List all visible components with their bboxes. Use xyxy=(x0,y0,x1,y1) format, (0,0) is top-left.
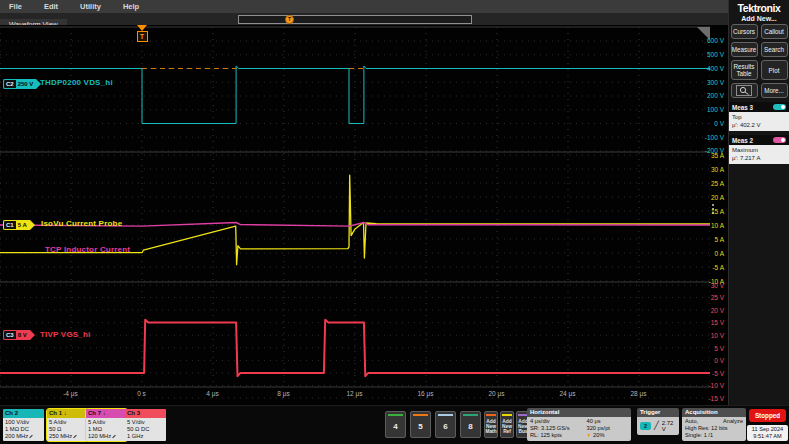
trigger-time-marker[interactable]: T xyxy=(136,25,148,42)
ch2-voltage-axis: 600 V500 V400 V300 V200 V100 V0 V-100 V-… xyxy=(694,34,726,158)
trigger-position-marker[interactable]: T xyxy=(285,15,294,24)
measurement-toggle[interactable] xyxy=(773,137,786,143)
right-control-panel: Tektronix Add New... Cursors Callout Mea… xyxy=(728,0,789,405)
axis-tick-label: 100 V xyxy=(694,103,726,117)
channel-enable-button[interactable]: 6 xyxy=(435,411,456,438)
ch1-badge-label: C1 xyxy=(3,220,16,230)
measurement-card[interactable]: Meas 3 Top μ': 402.2 V xyxy=(729,102,789,131)
date-label: 11 Sep 2024 xyxy=(747,426,788,433)
channel-scale-row: 5 A/div xyxy=(88,419,125,426)
trigger-level: 2.72 V xyxy=(662,420,679,432)
ch1-trace-label: IsoVu Current Probe xyxy=(41,219,122,228)
rising-edge-icon: ╱ xyxy=(654,422,659,430)
plot-button[interactable]: Plot xyxy=(761,60,788,80)
probe-compensation-icon xyxy=(112,435,116,439)
channel-enable-button[interactable]: 8 xyxy=(460,411,481,438)
channel-badge-header: Ch 1 ↓ xyxy=(47,409,88,418)
axis-tick-label: 20 A xyxy=(694,190,726,204)
trigger-source-badge: 2 xyxy=(640,422,651,430)
channel-enable-button[interactable]: 4 xyxy=(385,411,406,438)
measurement-type: Top xyxy=(729,113,789,121)
measurement-type: Maximum xyxy=(729,146,789,154)
axis-tick-label: -10 V xyxy=(694,379,726,392)
callout-button[interactable]: Callout xyxy=(761,24,788,39)
axis-tick-label: 200 V xyxy=(694,89,726,103)
side-button-grid: Cursors Callout Measure Search Results T… xyxy=(729,24,789,98)
channel-arrow-icon: ↓ xyxy=(64,410,67,416)
time-tick-label: 8 μs xyxy=(248,390,319,397)
ch1-marker-tip xyxy=(30,220,35,230)
channel-number: 8 xyxy=(468,416,472,437)
add-new-button[interactable]: Add New Ref xyxy=(500,411,514,438)
stopped-button[interactable]: Stopped xyxy=(749,409,786,422)
axis-tick-label: 500 V xyxy=(694,48,726,62)
measurement-body: Top μ': 402.2 V xyxy=(729,112,789,131)
ch7-trace-label: TCP Inductor Current xyxy=(45,245,130,254)
measurement-name: Meas 2 xyxy=(732,137,753,144)
axis-tick-label: 35 A xyxy=(694,148,726,162)
axis-tick-label: -15 V xyxy=(694,392,726,405)
horizontal-badge[interactable]: Horizontal 4 μs/div40 μs SR: 3.125 GS/s3… xyxy=(527,408,631,441)
axis-tick-label: -100 V xyxy=(694,130,726,144)
channel-scale-row: 5 A/div xyxy=(49,419,86,426)
add-new-label: Add New... xyxy=(729,15,789,22)
ch2-reference-marker[interactable]: C2 250 V xyxy=(3,79,41,89)
channel-arrow-icon: ↓ xyxy=(103,410,106,416)
record-view-navigator[interactable]: T xyxy=(238,15,472,24)
axis-tick-label: 10 V xyxy=(694,329,726,342)
trigger-badge[interactable]: Trigger 2 ╱ 2.72 V xyxy=(637,408,679,435)
channel-badge-body: 5 V/div 50 Ω DC 1 GHz xyxy=(125,418,166,441)
waveform-plot-area[interactable]: T C2 250 V C1 5 A C3 8 V THDP0200 VDS_hi… xyxy=(0,25,728,405)
measure-button[interactable]: Measure xyxy=(731,42,758,57)
menu-item[interactable]: Edit xyxy=(44,2,58,11)
add-new-button[interactable]: Add New Math xyxy=(484,411,498,438)
acquisition-badge[interactable]: Acquisition Auto,Analyze High Res: 12 bi… xyxy=(682,408,746,441)
channel-name: Ch 2 xyxy=(5,410,18,416)
results-table-button[interactable]: Results Table xyxy=(731,60,758,80)
time-tick-label: 4 μs xyxy=(177,390,248,397)
zoom-tool-button[interactable] xyxy=(731,83,758,98)
trigger-position-cell: ▼ 20% xyxy=(587,432,631,439)
channel-bandwidth-row: 1 GHz xyxy=(127,433,164,440)
channel-badge[interactable]: Ch 3 5 V/div 50 Ω DC 1 GHz xyxy=(124,408,167,442)
trigger-position-icon: ▼ xyxy=(587,432,592,438)
ch1-reference-marker[interactable]: C1 5 A xyxy=(3,220,35,230)
probe-compensation-icon xyxy=(73,435,77,439)
axis-tick-label: 30 V xyxy=(694,279,726,292)
cursors-button[interactable]: Cursors xyxy=(731,24,758,39)
horizontal-scale: 4 μs/div xyxy=(530,418,587,425)
acquisition-count: Single: 1 /1 xyxy=(685,432,713,439)
menu-item[interactable]: Help xyxy=(123,2,139,11)
channel-badge-header: Ch 3 xyxy=(125,409,166,418)
axis-tick-label: -5 V xyxy=(694,367,726,380)
menu-item[interactable]: File xyxy=(9,2,22,11)
channel-badge[interactable]: Ch 7 ↓ 5 A/div 1 MΩ 120 MHz xyxy=(85,408,128,442)
channel-name: Ch 7 xyxy=(88,410,101,416)
ch3-reference-marker[interactable]: C3 8 V xyxy=(3,330,35,340)
measurement-toggle[interactable] xyxy=(773,104,786,110)
axis-tick-label: 10 A xyxy=(694,218,726,232)
channel-termination-row: 1 MΩ xyxy=(88,426,125,433)
measurement-body: Maximum μ': 7.217 A xyxy=(729,145,789,164)
measurement-card[interactable]: Meas 2 Maximum μ': 7.217 A xyxy=(729,135,789,164)
search-button[interactable]: Search xyxy=(761,42,788,57)
channel-number: 4 xyxy=(393,416,397,437)
menu-item[interactable]: Utility xyxy=(80,2,101,11)
measurement-value: μ': 402.2 V xyxy=(729,121,789,129)
channel-badge-body: 100 V/div 1 MΩ DC 200 MHz xyxy=(3,418,44,441)
brand-logo: Tektronix xyxy=(729,2,789,14)
time-label: 9:51:47 AM xyxy=(747,433,788,440)
axis-tick-label: 0 A xyxy=(694,246,726,260)
channel-termination-row: 50 Ω xyxy=(49,426,86,433)
axis-tick-label: 5 A xyxy=(694,232,726,246)
more-button[interactable]: More... xyxy=(761,83,788,98)
channel-badge[interactable]: Ch 2 100 V/div 1 MΩ DC 200 MHz xyxy=(2,408,45,442)
channel-badge-header: Ch 2 xyxy=(3,409,44,418)
acquisition-resolution: High Res: 12 bits xyxy=(685,425,728,432)
trigger-position-percent: 20% xyxy=(593,432,604,438)
channel-badge[interactable]: Ch 1 ↓ 5 A/div 50 Ω 250 MHz xyxy=(46,408,89,442)
channel-number: 5 xyxy=(418,416,422,437)
channel-enable-button[interactable]: 5 xyxy=(410,411,431,438)
menu-items: FileEditUtilityHelp xyxy=(0,2,139,11)
channel-bandwidth-row: 120 MHz xyxy=(88,433,125,440)
